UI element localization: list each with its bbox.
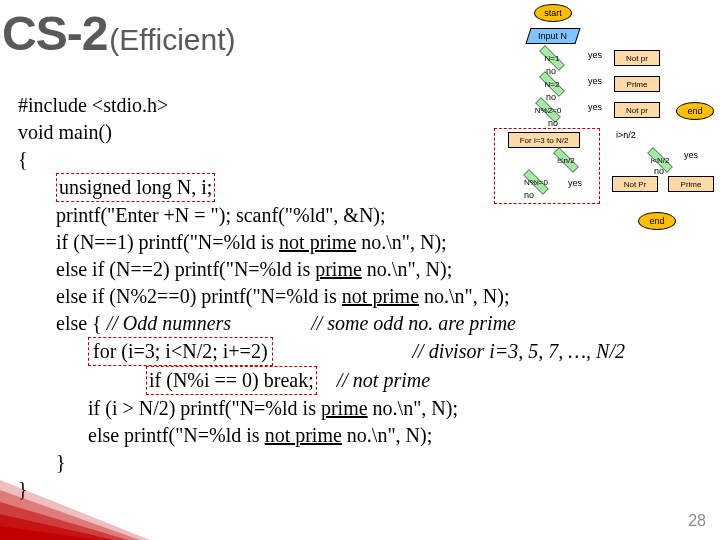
svg-marker-2 [0,502,128,540]
flow-not-prime-1: Not pr [614,50,660,66]
flow-start: start [534,4,572,22]
flow-input: Input N [525,28,580,44]
code-line: else { // Odd numners // some odd no. ar… [18,310,702,337]
label-yes: yes [588,76,602,86]
code-line: else if (N%2==0) printf("N=%ld is not pr… [18,283,702,310]
code-block: #include <stdio.h> void main() { unsigne… [18,92,702,503]
svg-marker-4 [0,526,98,540]
code-line: } [18,476,702,503]
code-line: #include <stdio.h> [18,92,702,119]
flow-n-eq-1: N=1 [532,48,572,68]
title-main: CS-2 [2,6,107,61]
code-line: for (i=3; i<N/2; i+=2) // divisor i=3, 5… [18,337,702,366]
code-line: } [18,449,702,476]
code-line: if (N%i == 0) break; // not prime [18,366,702,395]
code-line: else if (N==2) printf("N=%ld is prime no… [18,256,702,283]
page-number: 28 [688,512,706,530]
svg-marker-3 [0,514,114,540]
code-line: else printf("N=%ld is not prime no.\n", … [18,422,702,449]
code-line: if (i > N/2) printf("N=%ld is prime no.\… [18,395,702,422]
for-loop-box: for (i=3; i<N/2; i+=2) [88,337,273,366]
flow-n-eq-2: N=2 [532,74,572,94]
label-yes: yes [588,50,602,60]
title-sub: (Efficient) [109,23,235,57]
flow-prime-1: Prime [614,76,660,92]
code-line: printf("Enter +N = "); scanf("%ld", &N); [18,202,702,229]
code-line: { [18,146,702,173]
code-line: void main() [18,119,702,146]
code-line: unsigned long N, i; [18,173,702,202]
var-decl-box: unsigned long N, i; [56,173,215,202]
code-line: if (N==1) printf("N=%ld is not prime no.… [18,229,702,256]
